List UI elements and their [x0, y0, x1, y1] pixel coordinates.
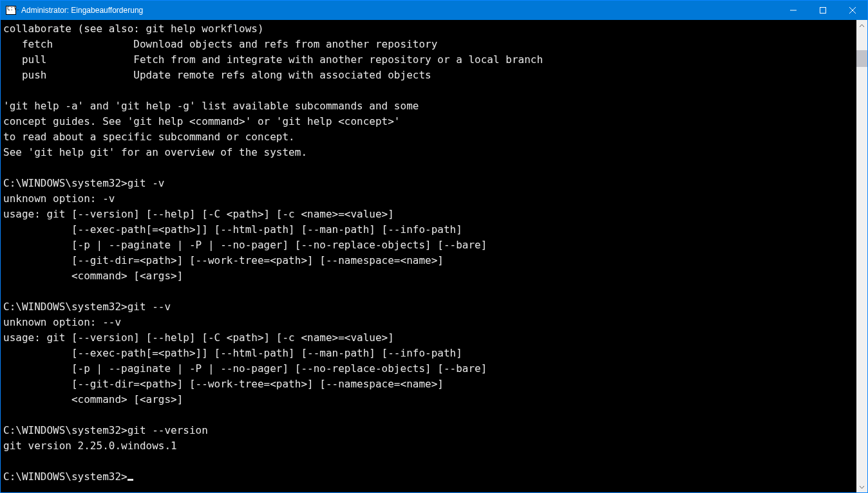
window-title: Administrator: Eingabeaufforderung — [20, 6, 778, 15]
scroll-up-button[interactable] — [856, 20, 867, 31]
scroll-down-button[interactable] — [856, 481, 867, 492]
cursor — [127, 479, 133, 481]
terminal-output[interactable]: collaborate (see also: git help workflow… — [1, 20, 856, 492]
minimize-button[interactable] — [778, 1, 808, 20]
vertical-scrollbar[interactable] — [856, 20, 867, 492]
client-area: collaborate (see also: git help workflow… — [1, 20, 867, 492]
cmd-window: C:\. Administrator: Eingabeaufforderung … — [0, 0, 868, 493]
scrollbar-track[interactable] — [856, 31, 867, 481]
app-icon: C:\. — [6, 6, 16, 15]
svg-rect-1 — [820, 8, 826, 14]
titlebar[interactable]: C:\. Administrator: Eingabeaufforderung — [1, 1, 867, 20]
maximize-button[interactable] — [808, 1, 838, 20]
scrollbar-thumb[interactable] — [856, 50, 867, 67]
close-button[interactable] — [838, 1, 867, 20]
